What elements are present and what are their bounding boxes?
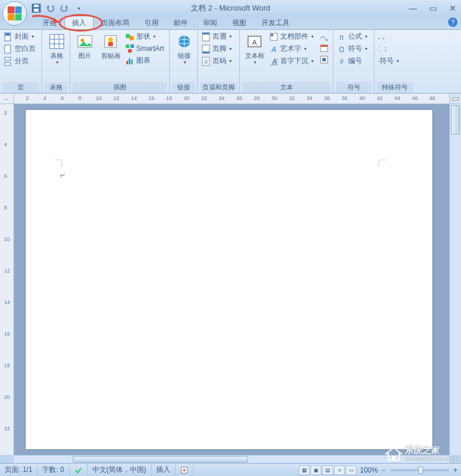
horizontal-scrollbar[interactable]	[14, 455, 449, 463]
blank-page-button[interactable]: 空白页	[2, 43, 37, 54]
shapes-icon	[125, 32, 135, 42]
help-button[interactable]: ?	[448, 18, 457, 27]
status-language[interactable]: 中文(简体，中国)	[88, 464, 152, 476]
date-time-button[interactable]	[318, 43, 330, 53]
chart-button[interactable]: 图表	[124, 55, 165, 66]
svg-rect-17	[108, 42, 113, 46]
print-layout-view-button[interactable]: ▦	[299, 465, 309, 475]
clipart-icon	[101, 32, 120, 51]
shapes-button[interactable]: 形状	[124, 31, 165, 42]
group-label-text: 文本	[242, 82, 331, 93]
status-page[interactable]: 页面: 1/1	[0, 464, 37, 476]
house-icon	[385, 446, 402, 461]
svg-rect-54	[392, 456, 395, 460]
horizontal-ruler[interactable]: 2468101214161820222426283032343638404244…	[14, 94, 449, 104]
status-insert-mode[interactable]: 插入	[152, 464, 176, 476]
zoom-out-button[interactable]: −	[381, 466, 386, 474]
signature-line-button[interactable]	[318, 31, 330, 42]
qat-customize-button[interactable]	[73, 2, 84, 14]
object-button[interactable]	[318, 54, 330, 65]
tab-home[interactable]: 开始	[35, 16, 64, 29]
table-button[interactable]: 表格	[44, 31, 69, 66]
undo-button[interactable]	[44, 2, 56, 14]
status-word-count[interactable]: 字数: 0	[37, 464, 69, 476]
chart-icon	[125, 56, 135, 65]
tab-view[interactable]: 视图	[225, 16, 254, 29]
svg-rect-5	[5, 45, 11, 53]
zoom-slider-thumb[interactable]	[418, 467, 423, 474]
svg-rect-47	[322, 58, 326, 61]
save-button[interactable]	[30, 2, 42, 14]
picture-icon	[75, 32, 94, 51]
svg-text:#: #	[340, 57, 344, 65]
picture-button[interactable]: 图片	[73, 31, 97, 61]
vertical-scrollbar[interactable]	[449, 104, 461, 455]
tab-mailings[interactable]: 邮件	[166, 16, 195, 29]
zoom-level[interactable]: 100%	[360, 466, 378, 474]
svg-rect-38	[271, 34, 273, 36]
special-symbol-button[interactable]: ·符号	[377, 56, 400, 67]
web-layout-view-button[interactable]: ▤	[322, 465, 333, 475]
cover-page-button[interactable]: 封面	[2, 31, 37, 42]
svg-rect-8	[50, 35, 64, 49]
document-viewport[interactable]: ↵	[14, 104, 449, 455]
punctuation-2-button[interactable]: : ；	[377, 43, 400, 54]
draft-view-button[interactable]: ▭	[346, 465, 356, 475]
links-button[interactable]: 链接	[172, 31, 197, 66]
zoom-in-button[interactable]: +	[453, 466, 457, 474]
object-icon	[319, 55, 329, 64]
tab-insert[interactable]: 插入	[64, 16, 94, 29]
footer-button[interactable]: 页脚	[200, 43, 233, 54]
page-break-button[interactable]: 分页	[2, 56, 37, 67]
svg-point-16	[108, 37, 113, 42]
tab-page-layout[interactable]: 页面布局	[94, 16, 137, 29]
clipart-button[interactable]: 剪贴画	[98, 31, 123, 61]
office-button[interactable]	[2, 1, 27, 26]
zoom-slider[interactable]	[390, 469, 449, 471]
ribbon: 封面 空白页 分页 页 表格 表格 图片 剪贴画 形状 SmartArt 图表 …	[0, 29, 461, 94]
tab-developer[interactable]: 开发工具	[254, 16, 297, 29]
page[interactable]: ↵	[26, 110, 432, 449]
text-box-icon: A	[245, 32, 264, 51]
minimize-button[interactable]: —	[407, 2, 419, 14]
tab-references[interactable]: 引用	[137, 16, 166, 29]
group-label-illustrations: 插图	[73, 82, 167, 93]
drop-cap-button[interactable]: A首字下沉	[268, 56, 315, 67]
close-button[interactable]: ✕	[447, 2, 459, 14]
punctuation-1-button[interactable]: , 。	[377, 31, 400, 42]
wordart-button[interactable]: A艺术字	[268, 43, 315, 54]
outline-view-button[interactable]: ≡	[334, 465, 345, 475]
equation-button[interactable]: π公式	[336, 31, 369, 42]
svg-rect-30	[202, 33, 209, 35]
quick-parts-button[interactable]: 文档部件	[268, 31, 315, 42]
page-number-button[interactable]: #页码	[200, 56, 233, 67]
svg-text:Ω: Ω	[339, 46, 345, 54]
symbol-button[interactable]: Ω符号	[336, 43, 369, 54]
quick-parts-icon	[269, 32, 278, 42]
tab-review[interactable]: 审阅	[195, 16, 225, 29]
ruler-corner[interactable]: ⌐	[0, 94, 14, 104]
svg-rect-20	[126, 44, 129, 48]
header-button[interactable]: 页眉	[200, 31, 233, 42]
toggle-ruler-button[interactable]	[449, 94, 461, 104]
number-button[interactable]: #编号	[336, 56, 369, 67]
horizontal-scroll-thumb[interactable]	[73, 456, 248, 463]
vertical-scroll-thumb[interactable]	[451, 105, 460, 134]
redo-button[interactable]	[59, 2, 70, 14]
svg-rect-21	[130, 44, 134, 48]
office-logo-icon	[8, 6, 22, 20]
full-screen-view-button[interactable]: ▣	[311, 465, 321, 475]
drop-cap-icon: A	[269, 57, 278, 66]
text-box-button[interactable]: A文本框	[242, 31, 267, 66]
status-macro[interactable]	[176, 464, 194, 476]
svg-rect-6	[5, 57, 11, 60]
svg-rect-45	[321, 45, 328, 47]
vertical-ruler[interactable]: 246810121416182022	[0, 104, 14, 455]
number-icon: #	[337, 57, 346, 66]
svg-text:#: #	[204, 58, 208, 66]
smartart-button[interactable]: SmartArt	[124, 43, 165, 54]
maximize-button[interactable]: ▭	[427, 2, 439, 14]
footer-icon	[201, 44, 211, 54]
status-proofing[interactable]	[70, 464, 88, 476]
paragraph-mark-icon: ↵	[60, 171, 66, 180]
